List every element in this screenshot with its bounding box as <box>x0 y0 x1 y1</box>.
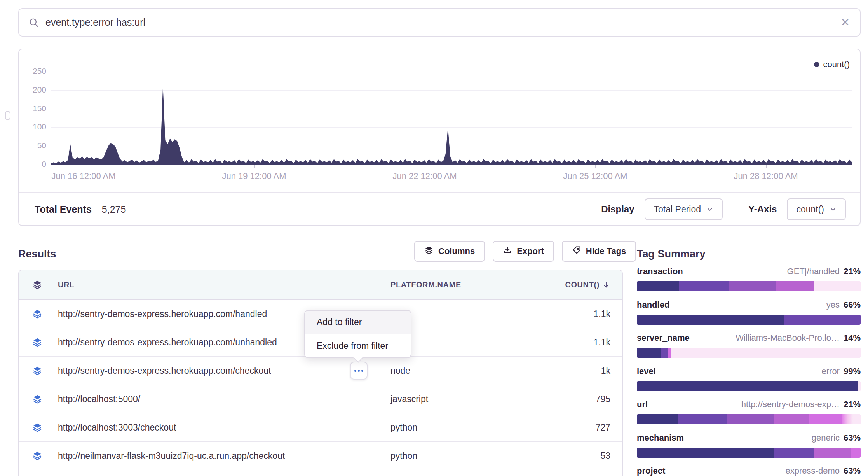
tag-icon <box>572 245 581 257</box>
cell-platform[interactable]: javascript <box>390 394 428 404</box>
cell-url[interactable]: http://sentry-demos-express.herokuapp.co… <box>58 337 277 348</box>
tag-summary-row[interactable]: transactionGET|/handled21% <box>637 266 861 291</box>
tag-top-value: generic <box>812 433 840 443</box>
cell-count[interactable]: 1.1k <box>594 337 610 348</box>
y-axis-tick: 250 <box>22 66 46 76</box>
tag-summary-row[interactable]: server_nameWilliams-MacBook-Pro.lo…14% <box>637 333 861 358</box>
x-axis-tick: Jun 19 12:00 AM <box>222 171 286 181</box>
event-count-area-chart[interactable] <box>51 72 852 164</box>
tag-name: mechanism <box>637 433 684 443</box>
tag-bar-segment <box>858 381 861 391</box>
column-header-url[interactable]: URL <box>58 280 75 289</box>
tag-top-value: error <box>822 366 840 376</box>
cell-url[interactable]: http://localhost:5000/ <box>58 394 140 404</box>
cell-url[interactable]: http://localhost:3003/checkout <box>58 422 176 433</box>
tag-summary-row[interactable]: handledyes66% <box>637 300 861 325</box>
x-axis-tick: Jun 22 12:00 AM <box>392 171 457 181</box>
cell-platform[interactable]: node <box>390 366 410 376</box>
table-row[interactable]: http://sentry-demos-express.herokuapp.co… <box>19 357 622 385</box>
cell-count[interactable]: 727 <box>596 422 610 433</box>
sidebar-collapse-handle[interactable] <box>5 111 10 120</box>
results-table: URL PLATFORM.NAME COUNT() http://sentry-… <box>18 270 623 476</box>
tag-distribution-bar[interactable] <box>637 414 861 424</box>
tag-name: server_name <box>637 333 690 343</box>
legend-label: count() <box>823 60 850 70</box>
tag-distribution-bar[interactable] <box>637 315 861 325</box>
cell-count[interactable]: 53 <box>600 451 610 461</box>
table-row[interactable]: http://localhost:5000/javascript795 <box>19 385 622 413</box>
search-bar[interactable]: ✕ <box>18 8 861 37</box>
columns-button-label: Columns <box>438 246 475 256</box>
tag-bar-segment <box>637 348 661 358</box>
tag-name: project <box>637 466 665 476</box>
x-axis-tick: Jun 25 12:00 AM <box>563 171 627 181</box>
tag-distribution-bar[interactable] <box>637 381 861 391</box>
x-axis-tick-mark <box>425 165 425 168</box>
tag-bar-segment <box>637 315 784 325</box>
chevron-down-icon <box>830 206 837 213</box>
total-events-value: 5,275 <box>102 204 126 215</box>
cell-platform[interactable]: python <box>390 422 417 433</box>
display-dropdown-value: Total Period <box>654 204 701 215</box>
table-row[interactable]: http://localhost:3003/checkoutpython727 <box>19 413 622 442</box>
tag-distribution-bar[interactable] <box>637 281 861 291</box>
tag-bar-segment <box>671 348 861 358</box>
layers-icon <box>32 451 42 461</box>
cell-url[interactable]: http://sentry-demos-express.herokuapp.co… <box>58 309 267 319</box>
layers-icon <box>32 337 42 347</box>
legend-dot-icon <box>814 62 819 67</box>
display-dropdown[interactable]: Total Period <box>645 198 723 220</box>
tag-top-value: Williams-MacBook-Pro.lo… <box>736 333 840 343</box>
cell-action-menu: Add to filter Exclude from filter <box>304 310 411 358</box>
tag-bar-segment <box>814 281 861 291</box>
cell-url[interactable]: http://sentry-demos-express.herokuapp.co… <box>58 366 271 376</box>
tag-summary-row[interactable]: mechanismgeneric63% <box>637 433 861 458</box>
yaxis-dropdown[interactable]: count() <box>787 198 846 220</box>
tag-top-percent: 14% <box>844 333 861 343</box>
tag-distribution-bar[interactable] <box>637 448 861 458</box>
column-header-count[interactable]: COUNT() <box>565 280 610 289</box>
export-button-label: Export <box>517 246 544 256</box>
tag-name: handled <box>637 300 669 310</box>
tag-bar-segment <box>774 414 809 424</box>
tag-bar-segment <box>853 414 861 424</box>
tag-summary-row[interactable]: levelerror99% <box>637 366 861 391</box>
column-header-platform[interactable]: PLATFORM.NAME <box>390 280 461 289</box>
tag-top-value: http://sentry-demos-exp… <box>741 399 840 410</box>
columns-button[interactable]: Columns <box>414 241 485 262</box>
search-input[interactable] <box>45 17 841 28</box>
y-axis-tick: 100 <box>22 122 46 131</box>
tag-bar-segment <box>729 281 776 291</box>
results-title: Results <box>18 248 56 260</box>
clear-search-icon[interactable]: ✕ <box>841 17 850 28</box>
cell-url[interactable]: http://neilmanvar-flask-m3uuizd7iq-uc.a.… <box>58 451 285 461</box>
export-button[interactable]: Export <box>493 241 554 262</box>
table-row[interactable]: http://neilmanvar-flask-m3uuizd7iq-uc.a.… <box>19 442 622 470</box>
chart-legend[interactable]: count() <box>814 60 850 70</box>
tag-bar-segment <box>727 414 774 424</box>
cell-platform[interactable]: python <box>390 451 417 461</box>
tag-summary-row[interactable]: urlhttp://sentry-demos-exp…21% <box>637 399 861 424</box>
results-toolbar: Columns Export Hide Tags <box>414 241 636 262</box>
search-icon <box>28 17 39 28</box>
menu-item-add-to-filter[interactable]: Add to filter <box>305 311 411 334</box>
layers-icon <box>32 422 42 432</box>
x-axis-tick-mark <box>766 165 767 168</box>
cell-count[interactable]: 795 <box>596 394 610 404</box>
tag-name: level <box>637 366 656 376</box>
tag-bar-segment <box>842 414 853 424</box>
chart-footer: Total Events 5,275 Display Total Period … <box>19 192 860 226</box>
more-options-button[interactable] <box>350 362 368 380</box>
tag-top-percent: 66% <box>844 300 861 310</box>
hide-tags-button[interactable]: Hide Tags <box>562 241 636 262</box>
tag-name: transaction <box>637 266 683 276</box>
y-axis-tick: 200 <box>22 85 46 94</box>
table-header: URL PLATFORM.NAME COUNT() <box>19 270 622 300</box>
cell-count[interactable]: 1k <box>601 366 610 376</box>
cell-count[interactable]: 1.1k <box>594 309 610 319</box>
tag-bar-segment <box>809 414 842 424</box>
tag-summary-row[interactable]: projectexpress-demo63% <box>637 466 861 476</box>
yaxis-label: Y-Axis <box>748 204 777 215</box>
tag-distribution-bar[interactable] <box>637 348 861 358</box>
x-axis-tick-mark <box>254 165 255 168</box>
